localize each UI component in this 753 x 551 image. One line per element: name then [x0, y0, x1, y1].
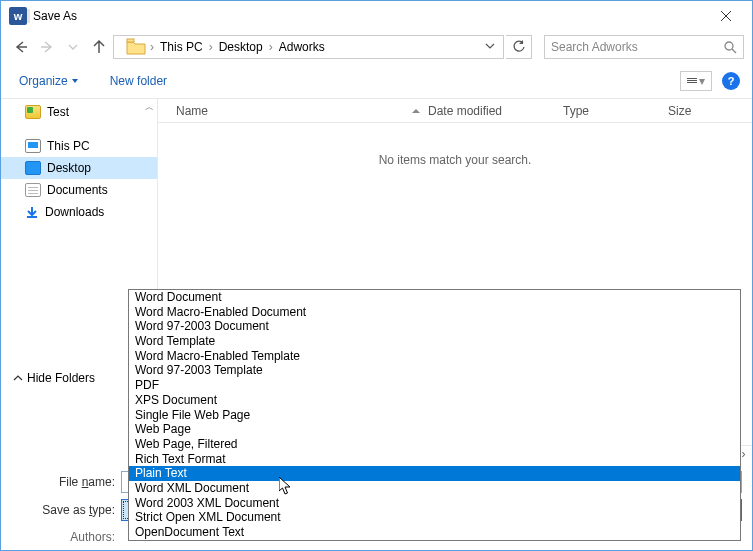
- pc-icon: [25, 139, 41, 153]
- refresh-button[interactable]: [506, 35, 532, 59]
- folder-icon: [126, 38, 146, 56]
- filename-label: File name:: [1, 475, 121, 489]
- type-option[interactable]: Word 97-2003 Document: [129, 319, 740, 334]
- column-name[interactable]: Name: [158, 104, 428, 118]
- help-button[interactable]: ?: [722, 72, 740, 90]
- column-headers[interactable]: Name Date modified Type Size: [158, 99, 752, 123]
- type-option[interactable]: Word Macro-Enabled Document: [129, 305, 740, 320]
- list-view-icon: [687, 77, 697, 84]
- titlebar: w Save As: [1, 1, 752, 31]
- folder-icon: [25, 105, 41, 119]
- arrow-right-icon: [39, 39, 55, 55]
- arrow-up-icon: [91, 39, 107, 55]
- back-button[interactable]: [9, 35, 33, 59]
- organize-button[interactable]: Organize: [13, 70, 84, 92]
- tree-item-downloads[interactable]: Downloads: [1, 201, 157, 223]
- column-date[interactable]: Date modified: [428, 104, 563, 118]
- type-option[interactable]: Word 2003 XML Document: [129, 496, 740, 511]
- chevron-right-icon: ›: [267, 40, 275, 54]
- svg-line-4: [732, 49, 736, 53]
- chevron-right-icon: ›: [148, 40, 156, 54]
- type-option[interactable]: Single File Web Page: [129, 408, 740, 423]
- arrow-left-icon: [13, 39, 29, 55]
- breadcrumb-seg-adworks[interactable]: Adworks: [275, 40, 329, 54]
- tree-item-thispc[interactable]: This PC: [1, 135, 157, 157]
- tree-item-desktop[interactable]: Desktop: [1, 157, 157, 179]
- word-app-icon: w: [9, 7, 27, 25]
- type-option[interactable]: PDF: [129, 378, 740, 393]
- breadcrumb-seg-desktop[interactable]: Desktop: [215, 40, 267, 54]
- up-button[interactable]: [87, 35, 111, 59]
- window-title: Save As: [33, 9, 706, 23]
- search-input[interactable]: Search Adworks: [544, 35, 744, 59]
- view-options-button[interactable]: ▾: [680, 71, 712, 91]
- type-option[interactable]: XPS Document: [129, 393, 740, 408]
- hide-folders-button[interactable]: Hide Folders: [13, 371, 95, 385]
- type-option[interactable]: Word Template: [129, 334, 740, 349]
- type-option[interactable]: Word Document: [129, 290, 740, 305]
- address-bar[interactable]: › This PC › Desktop › Adworks: [113, 35, 504, 59]
- recent-locations-button[interactable]: [61, 35, 85, 59]
- forward-button[interactable]: [35, 35, 59, 59]
- type-option[interactable]: Web Page: [129, 422, 740, 437]
- type-option[interactable]: Strict Open XML Document: [129, 510, 740, 525]
- toolbar: Organize New folder ▾ ?: [1, 63, 752, 99]
- documents-icon: [25, 183, 41, 197]
- chevron-down-icon: [68, 42, 78, 52]
- type-option[interactable]: Web Page, Filtered: [129, 437, 740, 452]
- tree-item-documents[interactable]: Documents: [1, 179, 157, 201]
- svg-rect-2: [127, 39, 134, 42]
- type-option[interactable]: OpenDocument Text: [129, 525, 740, 540]
- close-button[interactable]: [706, 2, 746, 30]
- saveastype-label: Save as type:: [1, 503, 121, 517]
- column-size[interactable]: Size: [668, 104, 752, 118]
- breadcrumb-seg-thispc[interactable]: This PC: [156, 40, 207, 54]
- address-dropdown[interactable]: [481, 40, 499, 54]
- sort-asc-icon: [412, 109, 420, 113]
- desktop-icon: [25, 161, 41, 175]
- save-as-dialog: w Save As › This PC › Desktop › Adworks …: [0, 0, 753, 551]
- search-icon: [724, 41, 737, 54]
- svg-point-3: [725, 42, 733, 50]
- type-option[interactable]: Word 97-2003 Template: [129, 363, 740, 378]
- type-option[interactable]: Word Macro-Enabled Template: [129, 349, 740, 364]
- authors-label: Authors:: [1, 530, 121, 544]
- chevron-up-icon: [13, 373, 23, 383]
- type-option[interactable]: Plain Text: [129, 466, 740, 481]
- type-option[interactable]: Rich Text Format: [129, 452, 740, 467]
- triangle-down-icon: [72, 79, 78, 83]
- search-placeholder: Search Adworks: [551, 40, 638, 54]
- close-icon: [721, 11, 731, 21]
- scroll-up-icon: ︿: [145, 101, 154, 114]
- chevron-down-icon: [485, 41, 495, 51]
- downloads-icon: [25, 205, 39, 219]
- empty-message: No items match your search.: [379, 153, 532, 167]
- tree-item-test[interactable]: Test: [1, 101, 157, 123]
- column-type[interactable]: Type: [563, 104, 668, 118]
- refresh-icon: [512, 40, 526, 54]
- type-option[interactable]: Word XML Document: [129, 481, 740, 496]
- saveastype-dropdown-list[interactable]: Word DocumentWord Macro-Enabled Document…: [128, 289, 741, 541]
- chevron-right-icon: ›: [207, 40, 215, 54]
- nav-bar: › This PC › Desktop › Adworks Search Adw…: [1, 31, 752, 63]
- new-folder-button[interactable]: New folder: [104, 70, 173, 92]
